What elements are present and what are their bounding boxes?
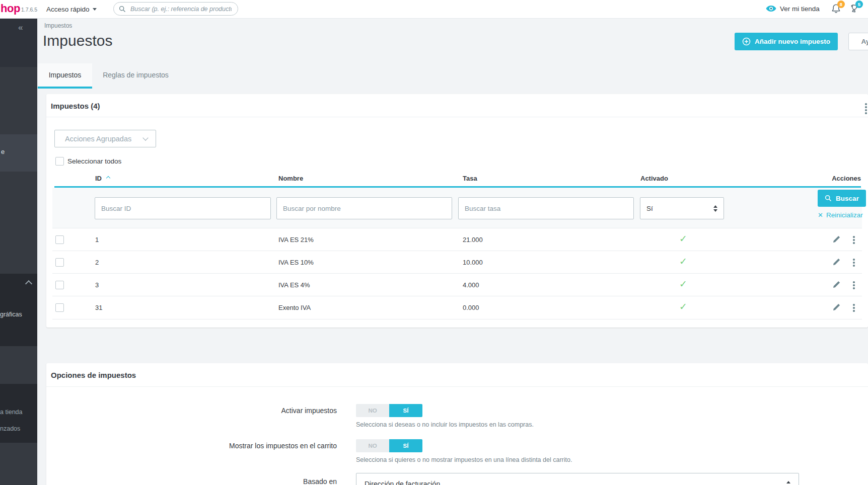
- cell-name: IVA ES 10%: [278, 259, 314, 266]
- sidebar-item-fragment-1[interactable]: e: [1, 148, 5, 155]
- taxes-panel: Impuestos (4) Acciones Agrupadas Selecci…: [46, 94, 868, 328]
- cell-id: 3: [95, 281, 99, 289]
- row-checkbox[interactable]: [55, 281, 64, 289]
- column-header-actions: Acciones: [791, 175, 861, 182]
- toggle-no[interactable]: NO: [356, 404, 389, 417]
- enabled-check-icon[interactable]: ✓: [676, 278, 691, 290]
- filter-id-input[interactable]: [95, 197, 271, 219]
- filter-rate-input[interactable]: [458, 197, 634, 219]
- bulk-actions-dropdown[interactable]: Acciones Agrupadas: [54, 130, 156, 147]
- add-new-tax-button[interactable]: Añadir nuevo impuesto: [735, 33, 838, 50]
- chevron-down-icon: [142, 135, 148, 140]
- sidebar-item-fragment-2[interactable]: gráficas: [0, 311, 22, 318]
- sidebar-collapse-button[interactable]: «: [18, 23, 23, 33]
- tax-options-panel: Opciones de impuestos Activar impuestos …: [46, 363, 868, 485]
- tax-options-title: Opciones de impuestos: [51, 371, 136, 379]
- column-header-rate[interactable]: Tasa: [463, 175, 477, 182]
- table-row[interactable]: 3 IVA ES 4% 4.000 ✓: [52, 273, 862, 296]
- toggle-yes[interactable]: SÍ: [389, 404, 422, 417]
- plus-circle-icon: [742, 37, 751, 46]
- quick-access-menu[interactable]: Acceso rápido: [46, 5, 97, 14]
- row-checkbox[interactable]: [55, 303, 64, 312]
- table-row[interactable]: 31 Exento IVA 0.000 ✓: [52, 296, 862, 319]
- sidebar-item-fragment-4[interactable]: nzados: [0, 425, 20, 432]
- enabled-check-icon[interactable]: ✓: [676, 301, 691, 312]
- panel-header-divider: [46, 117, 868, 117]
- view-shop-label: Ver mi tienda: [780, 5, 820, 13]
- edit-pencil-icon[interactable]: [832, 303, 840, 311]
- row-checkbox[interactable]: [55, 235, 64, 244]
- achievements-badge: 5: [855, 1, 863, 8]
- select-arrows-icon: [713, 205, 717, 212]
- eye-icon: [766, 5, 776, 12]
- table-row[interactable]: 2 IVA ES 10% 10.000 ✓: [52, 251, 862, 274]
- version-label: 1.7.6.5: [21, 7, 37, 13]
- cell-name: IVA ES 4%: [278, 281, 310, 289]
- toggle-no[interactable]: NO: [356, 439, 389, 452]
- chevron-down-icon: [93, 8, 97, 11]
- edit-pencil-icon[interactable]: [832, 281, 840, 289]
- column-header-name[interactable]: Nombre: [278, 175, 303, 182]
- tab-taxes[interactable]: Impuestos: [38, 63, 92, 87]
- enable-taxes-toggle[interactable]: NO SÍ: [356, 404, 422, 417]
- help-button-label: Ayuda: [861, 38, 868, 45]
- row-menu-icon[interactable]: [853, 236, 855, 244]
- enabled-check-icon[interactable]: ✓: [676, 233, 691, 245]
- breadcrumb: Impuestos: [44, 22, 72, 29]
- sidebar-item-fragment-3[interactable]: a tienda: [0, 409, 22, 416]
- cell-rate: 4.000: [463, 281, 479, 289]
- enable-taxes-label: Activar impuestos: [135, 407, 337, 415]
- tab-tax-rules[interactable]: Reglas de impuestos: [92, 63, 180, 87]
- column-header-id[interactable]: ID: [95, 175, 102, 182]
- edit-pencil-icon[interactable]: [832, 258, 840, 266]
- filter-enabled-value: Sí: [646, 205, 653, 212]
- based-on-label: Basado en: [135, 477, 337, 485]
- row-menu-icon[interactable]: [853, 304, 855, 312]
- search-icon: [119, 6, 126, 13]
- column-header-enabled[interactable]: Activado: [640, 175, 668, 182]
- display-tax-cart-toggle[interactable]: NO SÍ: [356, 439, 422, 452]
- cell-name: IVA ES 21%: [278, 236, 314, 244]
- search-input[interactable]: [129, 5, 233, 13]
- row-menu-icon[interactable]: [853, 259, 855, 267]
- table-row[interactable]: 1 IVA ES 21% 21.000 ✓: [52, 228, 862, 251]
- cell-rate: 0.000: [463, 304, 479, 311]
- search-icon: [825, 195, 832, 202]
- add-new-tax-label: Añadir nuevo impuesto: [755, 38, 830, 45]
- tab-taxes-label: Impuestos: [49, 71, 82, 79]
- enable-taxes-help: Selecciona si deseas o no incluir los im…: [356, 421, 534, 428]
- sidebar-item-highlighted[interactable]: [0, 134, 37, 172]
- select-all-checkbox[interactable]: [55, 157, 64, 166]
- cell-id: 1: [95, 236, 99, 244]
- panel-header-divider: [46, 386, 868, 387]
- edit-pencil-icon[interactable]: [832, 235, 840, 244]
- filter-reset-link[interactable]: ✕ Reinicializar: [818, 211, 863, 219]
- cell-name: Exento IVA: [278, 304, 311, 311]
- cell-id: 31: [95, 304, 102, 311]
- help-button[interactable]: Ayuda: [848, 33, 868, 50]
- quick-access-label: Acceso rápido: [46, 6, 90, 13]
- sort-asc-icon[interactable]: [106, 176, 110, 180]
- filter-enabled-select[interactable]: Sí: [640, 197, 724, 219]
- enabled-check-icon[interactable]: ✓: [676, 256, 691, 267]
- taxes-panel-title: Impuestos (4): [51, 102, 100, 110]
- based-on-select[interactable]: Dirección de facturación: [356, 473, 799, 485]
- prestashop-admin-taxes-page: hop 1.7.6.5 Acceso rápido Ver mi tienda …: [0, 0, 868, 485]
- row-menu-icon[interactable]: [853, 281, 855, 289]
- filter-search-label: Buscar: [836, 195, 859, 202]
- active-tab-underline: [38, 87, 92, 89]
- sidebar-nav: « e gráficas a tienda nzados: [0, 18, 37, 485]
- toggle-yes[interactable]: SÍ: [389, 439, 422, 452]
- display-tax-cart-help: Selecciona si quieres o no mostrar impue…: [356, 456, 572, 463]
- notifications-badge: 8: [837, 1, 845, 8]
- panel-settings-icon[interactable]: [865, 103, 867, 114]
- display-tax-cart-label: Mostrar los impuestos en el carrito: [135, 442, 337, 450]
- sidebar-section-open: [0, 274, 37, 346]
- filter-name-input[interactable]: [276, 197, 452, 219]
- filter-search-button[interactable]: Buscar: [818, 190, 866, 207]
- top-bar: hop 1.7.6.5 Acceso rápido Ver mi tienda …: [0, 0, 868, 19]
- view-shop-link[interactable]: Ver mi tienda: [766, 4, 820, 13]
- cell-rate: 10.000: [463, 259, 483, 266]
- row-checkbox[interactable]: [55, 258, 64, 267]
- prestashop-logo[interactable]: hop: [1, 2, 20, 15]
